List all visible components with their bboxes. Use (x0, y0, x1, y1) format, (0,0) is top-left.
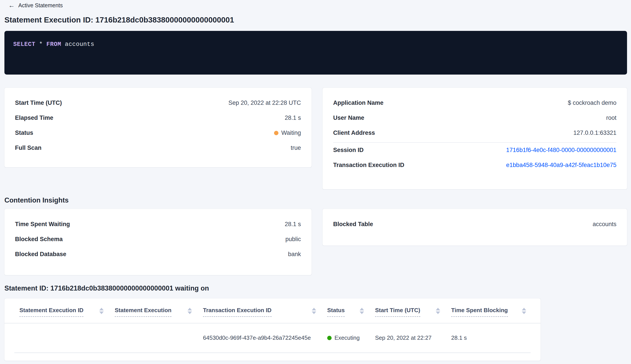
blocked-schema-row: Blocked Schema public (15, 232, 301, 247)
session-id-label: Session ID (333, 147, 364, 154)
sort-icon[interactable] (360, 308, 364, 314)
blocked-schema-label: Blocked Schema (15, 236, 63, 243)
sort-icon[interactable] (436, 308, 440, 314)
status-text: Waiting (281, 130, 301, 136)
transaction-execution-id-label: Transaction Execution ID (333, 162, 404, 168)
sort-up-icon (360, 308, 364, 310)
column-label[interactable]: Statement Execution ID (20, 307, 84, 317)
start-time-value: Sep 20, 2022 at 22:28 UTC (228, 100, 301, 106)
sort-up-icon (188, 308, 192, 310)
sql-table-name: accounts (65, 41, 94, 48)
user-name-row: User Name root (333, 110, 616, 126)
sort-down-icon (188, 312, 192, 314)
left-arrow-icon: ← (8, 2, 15, 8)
contention-insights-heading: Contention Insights (4, 196, 627, 204)
column-header-statement-execution-id[interactable]: Statement Execution ID (20, 307, 115, 317)
sort-icon[interactable] (312, 308, 316, 314)
blocked-table-label: Blocked Table (333, 221, 373, 228)
summary-cards-row: Start Time (UTC) Sep 20, 2022 at 22:28 U… (4, 88, 627, 189)
time-spent-waiting-value: 28.1 s (284, 221, 301, 228)
waiting-on-table: Statement Execution ID Statement Executi… (4, 298, 540, 361)
cell-transaction-execution-id: 64530d0c-969f-437e-a9b4-26a72245e45e (203, 334, 327, 341)
sort-down-icon (436, 312, 440, 314)
waiting-status-dot-icon (274, 131, 278, 135)
client-address-row: Client Address 127.0.0.1:63321 (333, 126, 616, 140)
column-label[interactable]: Transaction Execution ID (203, 307, 272, 317)
sort-icon[interactable] (522, 308, 526, 314)
session-id-link[interactable]: 1716b1f6-4e0c-f480-0000-000000000001 (506, 147, 616, 154)
blocked-schema-value: public (285, 236, 301, 243)
sort-up-icon (522, 308, 526, 310)
elapsed-time-row: Elapsed Time 28.1 s (15, 110, 301, 126)
session-id-row: Session ID 1716b1f6-4e0c-f480-0000-00000… (333, 143, 616, 158)
sql-keyword: SELECT (13, 41, 35, 48)
blocked-database-value: bank (288, 251, 301, 258)
status-text: Executing (334, 334, 360, 341)
sort-down-icon (312, 312, 316, 314)
client-address-value: 127.0.0.1:63321 (574, 130, 616, 136)
sort-down-icon (99, 312, 104, 314)
status-value: Waiting (274, 130, 301, 136)
column-header-time-spent-blocking[interactable]: Time Spent Blocking (451, 307, 537, 317)
sort-down-icon (360, 312, 364, 314)
cell-start-time: Sep 20, 2022 at 22:27 (375, 334, 451, 341)
start-time-row: Start Time (UTC) Sep 20, 2022 at 22:28 U… (15, 96, 301, 110)
elapsed-time-label: Elapsed Time (15, 114, 54, 121)
blocked-table-value: accounts (592, 221, 616, 228)
time-spent-waiting-row: Time Spent Waiting 28.1 s (15, 217, 301, 232)
elapsed-time-value: 28.1 s (284, 114, 301, 121)
sql-keyword: FROM (46, 41, 61, 48)
blocked-database-row: Blocked Database bank (15, 247, 301, 262)
contention-left-card: Time Spent Waiting 28.1 s Blocked Schema… (4, 209, 312, 275)
column-label[interactable]: Start Time (UTC) (375, 307, 420, 317)
table-header-row: Statement Execution ID Statement Executi… (4, 298, 540, 324)
application-name-row: Application Name $ cockroach demo (333, 96, 616, 110)
statement-details-page: ← Active Statements Statement Execution … (0, 0, 631, 361)
executing-status-dot-icon (327, 336, 332, 340)
transaction-execution-id-row: Transaction Execution ID e1bba458-5948-4… (333, 158, 616, 173)
back-link-label: Active Statements (18, 2, 63, 8)
application-name-label: Application Name (333, 100, 384, 106)
status-value: Executing (327, 334, 364, 341)
column-label[interactable]: Time Spent Blocking (451, 307, 508, 317)
cell-time-spent-blocking: 28.1 s (451, 334, 537, 341)
status-label: Status (15, 130, 33, 136)
column-label[interactable]: Statement Execution (115, 307, 172, 317)
column-label[interactable]: Status (327, 307, 344, 317)
application-name-value: $ cockroach demo (568, 100, 616, 106)
transaction-execution-id-link[interactable]: e1bba458-5948-40a9-a42f-5feac1b10e75 (506, 162, 616, 168)
sort-icon[interactable] (188, 308, 192, 314)
time-spent-waiting-label: Time Spent Waiting (15, 221, 70, 228)
sort-up-icon (436, 308, 440, 310)
sort-up-icon (312, 308, 316, 310)
user-name-label: User Name (333, 114, 364, 121)
sql-star: * (39, 41, 43, 48)
client-address-label: Client Address (333, 130, 375, 136)
status-row: Status Waiting (15, 126, 301, 140)
execution-summary-card: Start Time (UTC) Sep 20, 2022 at 22:28 U… (4, 88, 312, 167)
table-row: 64530d0c-969f-437e-a9b4-26a72245e45e Exe… (4, 324, 540, 352)
session-summary-card: Application Name $ cockroach demo User N… (322, 88, 627, 189)
cell-status: Executing (327, 334, 375, 341)
sort-up-icon (99, 308, 104, 310)
full-scan-value: true (290, 144, 301, 151)
waiting-on-heading: Statement ID: 1716b218dc0b38380000000000… (4, 284, 627, 292)
sql-statement-box: SELECT * FROM accounts (4, 31, 627, 74)
sort-down-icon (522, 312, 526, 314)
column-header-start-time[interactable]: Start Time (UTC) (375, 307, 451, 317)
full-scan-row: Full Scan true (15, 140, 301, 156)
start-time-label: Start Time (UTC) (15, 100, 62, 106)
contention-right-card: Blocked Table accounts (322, 209, 627, 246)
user-name-value: root (606, 114, 616, 121)
page-title: Statement Execution ID: 1716b218dc0b3838… (4, 16, 627, 24)
row-divider (14, 352, 530, 353)
contention-cards-row: Time Spent Waiting 28.1 s Blocked Schema… (4, 209, 627, 275)
blocked-database-label: Blocked Database (15, 251, 66, 258)
blocked-table-row: Blocked Table accounts (333, 217, 616, 232)
column-header-statement-execution[interactable]: Statement Execution (115, 307, 203, 317)
sort-icon[interactable] (99, 308, 104, 314)
full-scan-label: Full Scan (15, 144, 42, 151)
back-link[interactable]: ← Active Statements (8, 2, 63, 8)
column-header-transaction-execution-id[interactable]: Transaction Execution ID (203, 307, 327, 317)
column-header-status[interactable]: Status (327, 307, 375, 317)
